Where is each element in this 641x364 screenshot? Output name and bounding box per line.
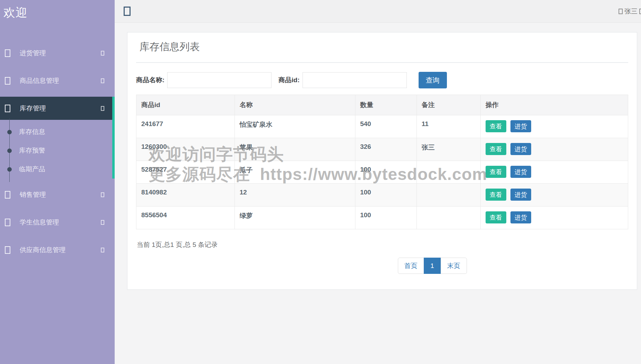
bullet-icon [7,130,12,134]
view-button[interactable]: 查看 [486,211,506,223]
cell-qty: 540 [355,115,417,138]
sidebar-item-inventory-mgmt[interactable]: 库存管理 [0,97,115,120]
cell-note: 11 [417,115,480,138]
chevron-placeholder-icon [101,51,104,56]
cell-product-id: 241677 [136,115,235,138]
sidebar-item-label: 供应商信息管理 [20,246,66,255]
sidebar-item-supplier-info-mgmt[interactable]: 供应商信息管理 [0,238,115,261]
chevron-placeholder-icon [101,192,104,197]
record-summary: 当前 1页,总1 页,总 5 条记录 [136,240,628,249]
sidebar-item-label: 进货管理 [20,49,46,58]
sidebar-item-label: 学生信息管理 [20,218,59,227]
sidebar-subitem-label: 临期产品 [19,165,45,174]
cell-name: 12 [235,184,355,207]
sidebar-active-group: 库存管理 库存信息 库存预警 临期产品 [0,97,115,179]
bullet-icon [7,149,12,153]
purchase-button[interactable]: 进货 [510,211,531,223]
sidebar-nav: 进货管理 商品信息管理 库存管理 库存信息 库存预警 [0,41,115,261]
sidebar-item-label: 销售管理 [20,190,46,199]
brand-title: 欢迎 [0,0,115,21]
user-menu[interactable]: 张三 [619,7,641,16]
purchase-button[interactable]: 进货 [510,166,531,178]
cell-qty: 326 [355,138,417,161]
table-row: 8556504 绿萝 100 查看 进货 [136,207,628,229]
page-title: 库存信息列表 [136,32,628,63]
sidebar-item-sales-mgmt[interactable]: 销售管理 [0,183,115,206]
sidebar-submenu: 库存信息 库存预警 临期产品 [0,120,115,179]
col-header-qty: 数量 [355,95,417,115]
table-row: 1260300 苹果 326 张三 查看 进货 [136,138,628,161]
menu-toggle-icon[interactable] [124,7,131,16]
cell-name: 苹果 [235,138,355,161]
sidebar-item-student-info-mgmt[interactable]: 学生信息管理 [0,211,115,234]
chevron-placeholder-icon [101,106,104,111]
sidebar-item-product-info-mgmt[interactable]: 商品信息管理 [0,69,115,92]
inventory-panel: 库存信息列表 商品名称: 商品id: 查询 商品id 名称 数量 [127,32,637,290]
view-button[interactable]: 查看 [486,120,506,132]
main-area: 张三 库存信息列表 商品名称: 商品id: 查询 商品id [115,0,641,364]
inventory-table: 商品id 名称 数量 备注 操作 241677 怡宝矿泉水 540 11 [136,95,628,229]
cell-note [417,161,480,184]
placeholder-glyph-icon [5,49,10,57]
cell-note [417,207,480,229]
placeholder-glyph-icon [5,77,10,85]
cell-name: 绿萝 [235,207,355,229]
chevron-placeholder-icon [101,220,104,225]
cell-qty: 100 [355,207,417,229]
table-row: 8140982 12 100 查看 进货 [136,184,628,207]
purchase-button[interactable]: 进货 [510,189,531,201]
user-placeholder-icon [619,9,623,14]
placeholder-glyph-icon [5,246,10,254]
table-header-row: 商品id 名称 数量 备注 操作 [136,95,628,115]
cell-product-id: 8556504 [136,207,235,229]
sidebar-item-label: 库存管理 [20,104,46,113]
sidebar: 欢迎 进货管理 商品信息管理 库存管理 库存信息 [0,0,115,364]
sidebar-subitem-inventory-info[interactable]: 库存信息 [0,123,115,141]
cell-qty: 100 [355,184,417,207]
col-header-name: 名称 [235,95,355,115]
placeholder-glyph-icon [5,191,10,199]
cell-product-id: 1260300 [136,138,235,161]
pagination-first[interactable]: 首页 [398,258,424,274]
col-header-actions: 操作 [480,95,628,115]
cell-qty: 100 [355,161,417,184]
search-toolbar: 商品名称: 商品id: 查询 [136,72,628,88]
sidebar-subitem-inventory-warning[interactable]: 库存预警 [0,141,115,160]
col-header-note: 备注 [417,95,480,115]
pagination-page-1[interactable]: 1 [424,258,441,274]
username: 张三 [624,7,638,16]
caret-placeholder-icon [639,9,641,14]
query-button[interactable]: 查询 [419,72,447,88]
sidebar-subitem-near-expiry[interactable]: 临期产品 [0,160,115,179]
sidebar-subitem-label: 库存预警 [19,146,45,155]
pagination-container: 首页 1 末页 [136,258,628,274]
cell-name: 瓜子 [235,161,355,184]
pagination-last[interactable]: 末页 [441,258,467,274]
cell-product-id: 5287527 [136,161,235,184]
placeholder-glyph-icon [5,219,10,226]
view-button[interactable]: 查看 [486,166,506,178]
content-area: 库存信息列表 商品名称: 商品id: 查询 商品id 名称 数量 [115,23,641,364]
table-row: 5287527 瓜子 100 查看 进货 [136,161,628,184]
top-header-bar: 张三 [115,0,641,23]
product-id-label: 商品id: [278,76,299,85]
cell-name: 怡宝矿泉水 [235,115,355,138]
purchase-button[interactable]: 进货 [510,143,531,155]
chevron-placeholder-icon [101,248,104,252]
sidebar-item-label: 商品信息管理 [20,76,59,85]
cell-product-id: 8140982 [136,184,235,207]
bullet-icon [7,167,12,172]
product-id-input[interactable] [303,72,407,88]
product-name-label: 商品名称: [136,76,164,85]
cell-note: 张三 [417,138,480,161]
sidebar-subitem-label: 库存信息 [19,127,45,136]
col-header-product-id: 商品id [136,95,235,115]
table-row: 241677 怡宝矿泉水 540 11 查看 进货 [136,115,628,138]
chevron-placeholder-icon [101,78,104,83]
view-button[interactable]: 查看 [486,143,506,155]
product-name-input[interactable] [167,72,271,88]
purchase-button[interactable]: 进货 [510,120,531,132]
view-button[interactable]: 查看 [486,189,506,201]
sidebar-item-purchase-mgmt[interactable]: 进货管理 [0,41,115,65]
cell-note [417,184,480,207]
